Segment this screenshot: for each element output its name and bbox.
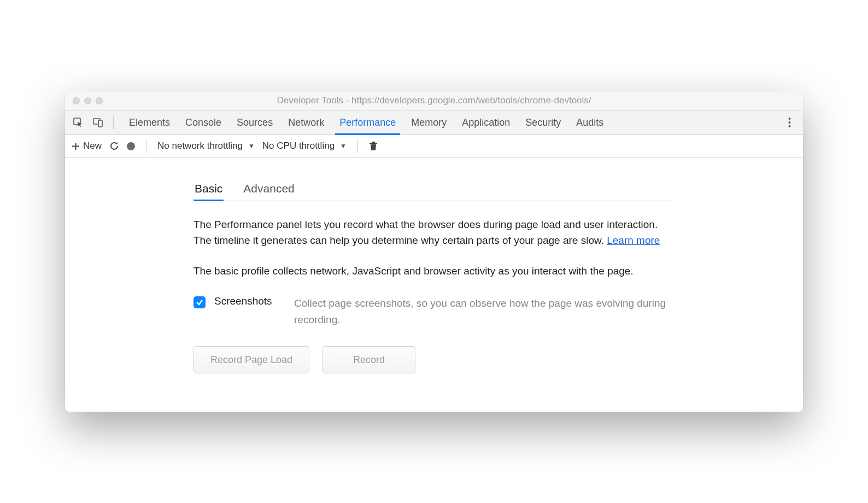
window-title: Developer Tools - https://developers.goo… [65,95,803,106]
tab-memory[interactable]: Memory [403,111,454,134]
subtab-advanced[interactable]: Advanced [242,180,295,201]
screenshots-option-row: Screenshots Collect page screenshots, so… [193,295,675,327]
record-page-load-button[interactable]: Record Page Load [193,346,309,373]
network-throttling-dropdown[interactable]: No network throttling ▼ [157,141,255,151]
cpu-throttling-dropdown[interactable]: No CPU throttling ▼ [262,141,347,151]
chevron-down-icon: ▼ [340,142,347,150]
close-window-button[interactable] [73,97,80,104]
divider [357,139,358,153]
svg-rect-2 [98,120,102,127]
tab-security[interactable]: Security [518,111,568,134]
inspect-element-icon[interactable] [71,115,86,130]
divider [146,139,146,153]
tab-audits[interactable]: Audits [568,111,611,134]
tab-console[interactable]: Console [178,111,229,134]
description-paragraph-1: The Performance panel lets you record wh… [193,217,675,249]
chevron-down-icon: ▼ [248,142,255,150]
performance-toolbar: New No network throttling ▼ No CPU throt… [65,135,803,158]
reload-icon[interactable] [109,141,119,151]
profile-type-tabs: BasicAdvanced [193,180,675,201]
more-options-icon[interactable] [781,114,797,131]
tab-sources[interactable]: Sources [229,111,280,134]
new-recording-button[interactable]: New [72,141,102,151]
svg-point-4 [788,121,790,124]
devtools-tab-bar: ElementsConsoleSourcesNetworkPerformance… [65,111,803,135]
action-buttons: Record Page Load Record [193,346,675,373]
tab-performance[interactable]: Performance [332,111,403,134]
screenshots-label: Screenshots [214,295,285,307]
tab-elements[interactable]: Elements [121,111,178,134]
svg-point-3 [788,118,790,120]
tab-application[interactable]: Application [454,111,518,134]
subtab-basic[interactable]: Basic [193,180,224,201]
cpu-throttling-label: No CPU throttling [262,141,335,151]
screenshots-checkbox[interactable] [193,296,206,308]
window-controls [65,97,103,104]
trash-icon[interactable] [369,141,378,151]
learn-more-link[interactable]: Learn more [607,235,660,246]
record-button[interactable]: Record [322,346,415,373]
device-toolbar-icon[interactable] [90,115,105,130]
screenshots-description: Collect page screenshots, so you can obs… [294,295,675,327]
tab-network[interactable]: Network [280,111,332,134]
record-icon[interactable] [127,142,135,150]
zoom-window-button[interactable] [96,97,103,104]
divider [113,116,114,129]
devtools-window: Developer Tools - https://developers.goo… [65,91,803,412]
minimize-window-button[interactable] [84,97,91,104]
network-throttling-label: No network throttling [157,141,243,151]
svg-point-5 [788,125,790,127]
description-text: The Performance panel lets you record wh… [193,219,658,246]
titlebar: Developer Tools - https://developers.goo… [65,91,803,111]
performance-landing: BasicAdvanced The Performance panel lets… [65,158,803,412]
description-paragraph-2: The basic profile collects network, Java… [193,263,675,279]
new-label: New [83,141,102,151]
